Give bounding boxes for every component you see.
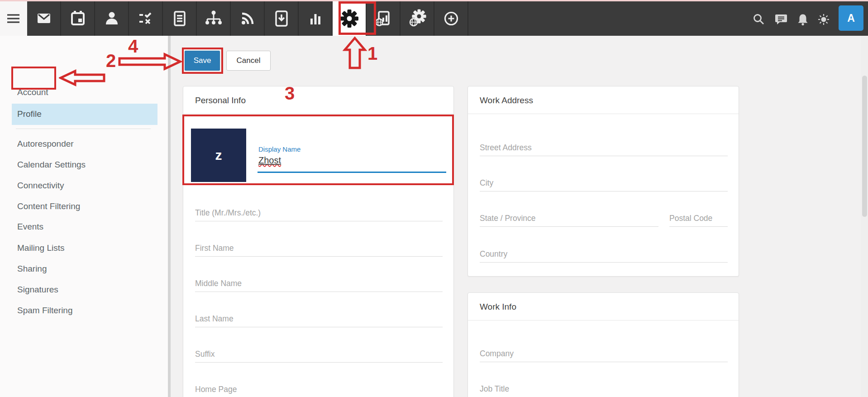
- work-info-card: Work Info: [467, 292, 739, 397]
- avatar-letter: A: [847, 12, 855, 24]
- contacts-icon: [102, 9, 122, 29]
- last-name-field[interactable]: [195, 311, 443, 327]
- app-tile-file-storage[interactable]: [265, 1, 299, 36]
- title-field[interactable]: [195, 205, 443, 221]
- plus-circle-icon: [441, 9, 461, 29]
- home-page-input[interactable]: [195, 382, 443, 397]
- app-launcher-tiles: [27, 1, 468, 36]
- work-address-title: Work Address: [480, 86, 533, 114]
- city-input[interactable]: [480, 175, 728, 191]
- theme-brightness-button[interactable]: [817, 13, 830, 26]
- first-name-input[interactable]: [195, 240, 443, 256]
- app-tile-reports[interactable]: [299, 1, 333, 36]
- country-field[interactable]: [480, 246, 728, 263]
- personal-info-card: Personal Info z Display Name Zhost: [183, 86, 454, 397]
- sidebar-item-spam-filtering[interactable]: Spam Filtering: [17, 306, 73, 317]
- state-province-field[interactable]: [480, 210, 658, 227]
- download-box-icon: [272, 9, 291, 29]
- globe-chart-icon: [373, 9, 393, 29]
- save-button[interactable]: Save: [185, 51, 220, 71]
- sidebar-item-signatures[interactable]: Signatures: [17, 285, 58, 297]
- hamburger-icon: [6, 12, 21, 25]
- mail-icon: [34, 9, 54, 29]
- display-name-input[interactable]: Zhost: [258, 155, 281, 166]
- tasks-icon: [136, 9, 156, 29]
- page-scrollbar-thumb[interactable]: [862, 76, 867, 217]
- home-page-field[interactable]: [195, 382, 443, 397]
- sidebar-divider: [16, 129, 151, 129]
- notes-icon: [170, 9, 190, 29]
- street-address-field[interactable]: [480, 140, 728, 156]
- app-tile-connections[interactable]: [197, 1, 231, 36]
- page-scrollbar-track[interactable]: [861, 36, 868, 397]
- settings-sidebar: Account Profile Autoresponder Calendar S…: [0, 36, 168, 397]
- sidebar-item-content-filtering[interactable]: Content Filtering: [17, 201, 80, 213]
- spellcheck-underline: Zhost: [258, 155, 281, 165]
- app-tile-contacts[interactable]: [95, 1, 129, 36]
- last-name-input[interactable]: [195, 311, 443, 327]
- bar-chart-icon: [305, 9, 325, 29]
- app-tile-new-item[interactable]: [434, 1, 468, 36]
- postal-code-input[interactable]: [669, 210, 728, 226]
- gear-globe-icon: [407, 9, 427, 29]
- sidebar-item-account[interactable]: Account: [17, 87, 48, 99]
- postal-code-field[interactable]: [669, 210, 728, 227]
- sidebar-item-sharing[interactable]: Sharing: [17, 264, 47, 276]
- work-info-header: Work Info: [468, 293, 739, 320]
- company-input[interactable]: [480, 346, 728, 362]
- middle-name-input[interactable]: [195, 276, 443, 292]
- gear-icon: [339, 9, 359, 29]
- work-address-header: Work Address: [468, 86, 739, 114]
- app-window: A Account Profile Autoresponder Calendar…: [0, 0, 868, 397]
- middle-name-field[interactable]: [195, 276, 443, 292]
- app-tile-domain-reports[interactable]: [367, 1, 401, 36]
- hamburger-menu-button[interactable]: [6, 12, 21, 25]
- first-name-field[interactable]: [195, 240, 443, 257]
- search-button[interactable]: [752, 13, 765, 26]
- bell-icon: [796, 13, 810, 26]
- sidebar-item-calendar-settings[interactable]: Calendar Settings: [17, 160, 86, 172]
- display-name-label: Display Name: [258, 145, 300, 153]
- personal-info-title: Personal Info: [195, 86, 246, 114]
- suffix-input[interactable]: [195, 346, 443, 362]
- chat-icon: [774, 13, 787, 26]
- job-title-input[interactable]: [480, 381, 728, 397]
- app-tile-rss-feeds[interactable]: [231, 1, 265, 36]
- app-tile-mail[interactable]: [27, 1, 61, 36]
- calendar-icon: [68, 9, 88, 29]
- app-tile-calendar[interactable]: [61, 1, 95, 36]
- job-title-field[interactable]: [480, 381, 728, 397]
- app-tile-notes[interactable]: [163, 1, 197, 36]
- cancel-button[interactable]: Cancel: [226, 51, 271, 71]
- suffix-field[interactable]: [195, 346, 443, 363]
- chat-button[interactable]: [774, 13, 787, 26]
- city-field[interactable]: [480, 175, 728, 191]
- work-info-title: Work Info: [480, 293, 516, 320]
- rss-icon: [238, 9, 258, 29]
- sidebar-item-mailing-lists[interactable]: Mailing Lists: [17, 243, 65, 255]
- country-input[interactable]: [480, 246, 728, 262]
- profile-picture-letter: z: [215, 148, 222, 163]
- display-name-value: Zhost: [258, 155, 281, 165]
- sun-icon: [817, 13, 830, 26]
- state-province-input[interactable]: [480, 210, 658, 226]
- org-chart-icon: [204, 9, 224, 29]
- user-avatar-button[interactable]: A: [839, 5, 863, 31]
- display-name-focus-underline: [258, 172, 446, 173]
- personal-info-header: Personal Info: [183, 86, 453, 114]
- app-tile-settings[interactable]: [333, 1, 367, 36]
- profile-picture[interactable]: z: [191, 129, 246, 182]
- sidebar-item-events[interactable]: Events: [17, 222, 43, 234]
- sidebar-item-autoresponder[interactable]: Autoresponder: [17, 139, 74, 151]
- app-tile-tasks[interactable]: [129, 1, 163, 36]
- company-field[interactable]: [480, 346, 728, 362]
- sidebar-item-connectivity[interactable]: Connectivity: [17, 181, 64, 192]
- notifications-button[interactable]: [796, 13, 810, 26]
- street-address-input[interactable]: [480, 140, 728, 156]
- work-address-card: Work Address: [467, 86, 739, 277]
- app-tile-domain-settings[interactable]: [401, 1, 434, 36]
- top-toolbar: A: [0, 1, 868, 36]
- search-icon: [752, 13, 765, 26]
- sidebar-item-profile[interactable]: Profile: [17, 109, 42, 121]
- title-input[interactable]: [195, 205, 443, 221]
